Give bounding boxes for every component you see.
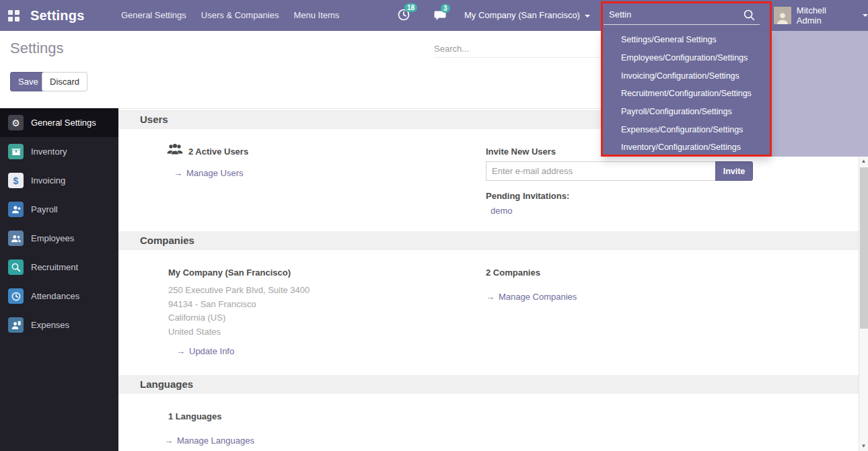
caret-down-icon <box>863 14 868 17</box>
discard-button[interactable]: Discard <box>42 72 87 91</box>
menu-search-box <box>604 5 760 25</box>
attendances-app-icon <box>8 288 24 304</box>
search-result-item[interactable]: Invoicing/Configuration/Settings <box>602 67 771 85</box>
settings-content: Users 2 Active Users →Manage Users Invit… <box>118 108 859 451</box>
save-button[interactable]: Save <box>10 72 46 91</box>
companies-count: 2 Companies <box>486 268 540 278</box>
active-users-count: 2 Active Users <box>188 147 248 157</box>
search-result-item[interactable]: Recruitment/Configuration/Settings <box>602 85 771 103</box>
sidebar-item-inventory[interactable]: Inventory <box>0 137 118 166</box>
search-result-item[interactable]: Payroll/Configuration/Settings <box>602 103 771 121</box>
messages-icon[interactable]: 3 <box>433 9 447 25</box>
arrow-right-icon: → <box>176 346 185 356</box>
search-result-item[interactable]: Expenses/Configuration/Settings <box>602 120 771 138</box>
sidebar-item-employees[interactable]: Employees <box>0 224 118 253</box>
menu-menu-items[interactable]: Menu Items <box>286 0 347 31</box>
payroll-app-icon <box>8 202 24 217</box>
company-switcher[interactable]: My Company (San Francisco) <box>464 0 590 31</box>
sidebar-item-payroll[interactable]: Payroll <box>0 195 118 224</box>
search-result-item[interactable]: Settings/General Settings <box>602 31 771 49</box>
settings-sidebar: ⚙ General Settings Inventory $ Invoicing… <box>0 108 118 451</box>
arrow-right-icon: → <box>486 292 495 302</box>
search-icon[interactable] <box>743 9 756 24</box>
expenses-app-icon <box>8 317 24 333</box>
sidebar-item-expenses[interactable]: Expenses <box>0 311 118 339</box>
sidebar-item-invoicing[interactable]: $ Invoicing <box>0 166 118 195</box>
caret-down-icon <box>585 15 590 17</box>
invite-form: Invite <box>486 161 753 181</box>
address-line: United States <box>168 325 310 339</box>
vertical-scrollbar[interactable]: ▲ ▼ <box>859 157 868 451</box>
sidebar-item-recruitment[interactable]: Recruitment <box>0 253 118 282</box>
address-line: 250 Executive Park Blvd, Suite 3400 <box>168 284 310 298</box>
arrow-right-icon: → <box>174 168 182 178</box>
arrow-right-icon: → <box>164 436 173 446</box>
employees-app-icon <box>8 231 24 246</box>
invite-button[interactable]: Invite <box>715 161 753 181</box>
avatar <box>774 7 791 24</box>
address-line: California (US) <box>168 311 310 325</box>
users-group-icon <box>167 142 183 159</box>
recruitment-app-icon <box>8 259 24 275</box>
inventory-app-icon <box>8 144 24 159</box>
scrollbar-thumb[interactable] <box>860 167 868 329</box>
top-menu: General Settings Users & Companies Menu … <box>114 0 347 31</box>
languages-count: 1 Languages <box>168 411 221 421</box>
menu-general-settings[interactable]: General Settings <box>114 0 194 31</box>
app-title: Settings <box>30 0 85 31</box>
activity-clock-icon[interactable]: 18 <box>397 8 410 24</box>
scrollbar-down-arrow[interactable]: ▼ <box>859 442 868 451</box>
scrollbar-up-arrow[interactable]: ▲ <box>859 157 868 166</box>
settings-app-icon: ⚙ <box>8 115 24 130</box>
company-name: My Company (San Francisco) <box>168 268 291 278</box>
search-result-item[interactable]: Inventory/Configuration/Settings <box>602 138 771 157</box>
menu-users-companies[interactable]: Users & Companies <box>194 0 287 31</box>
invoicing-app-icon: $ <box>8 173 24 188</box>
messages-badge: 3 <box>441 4 450 13</box>
menu-search-results: Settings/General Settings Employees/Conf… <box>602 31 771 157</box>
pending-invitations-label: Pending Invitations: <box>486 191 569 201</box>
update-info-link[interactable]: →Update Info <box>176 346 234 356</box>
manage-companies-link[interactable]: →Manage Companies <box>486 292 577 302</box>
invite-new-users-label: Invite New Users <box>486 147 556 157</box>
dropdown-overlay-panel <box>771 31 868 157</box>
section-header-languages: Languages <box>118 375 859 394</box>
apps-menu-icon[interactable] <box>8 10 20 22</box>
page-title: Settings <box>10 40 64 57</box>
invite-email-field[interactable] <box>486 161 716 181</box>
manage-languages-link[interactable]: →Manage Languages <box>164 436 254 446</box>
section-header-companies: Companies <box>118 231 859 250</box>
sidebar-item-general-settings[interactable]: ⚙ General Settings <box>0 108 118 137</box>
company-address: 250 Executive Park Blvd, Suite 3400 9413… <box>168 284 310 339</box>
search-result-item[interactable]: Employees/Configuration/Settings <box>602 49 771 67</box>
activity-badge: 18 <box>404 3 417 12</box>
address-line: 94134 - San Francisco <box>168 298 310 312</box>
user-name: Mitchell Admin <box>797 5 853 26</box>
sidebar-item-attendances[interactable]: Attendances <box>0 282 118 311</box>
user-menu[interactable]: Mitchell Admin <box>774 0 868 31</box>
pending-user-link[interactable]: demo <box>491 206 513 216</box>
manage-users-link[interactable]: →Manage Users <box>174 168 244 178</box>
menu-search-input[interactable] <box>604 5 735 24</box>
